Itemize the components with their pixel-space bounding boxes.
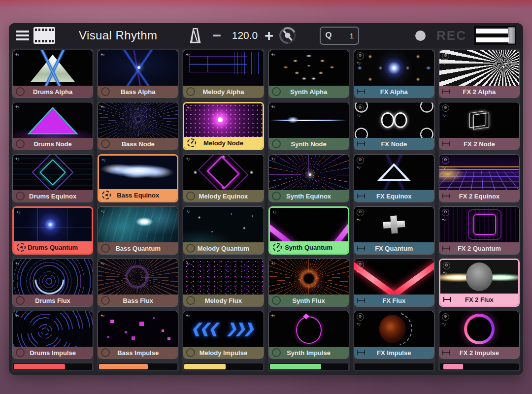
- clip-label-bar: Melody Alpha: [183, 86, 263, 98]
- clip-artwork: [98, 259, 178, 295]
- add-note-icon: +♪: [100, 52, 104, 57]
- clip-cell[interactable]: ⚙ +♪ FX Flux: [354, 259, 434, 307]
- add-note-icon: +♪: [357, 61, 361, 66]
- clip-artwork: [354, 311, 434, 347]
- column-progress-fill: [184, 364, 225, 369]
- clip-artwork: [13, 311, 93, 347]
- clip-cell[interactable]: ⚙ +♪ Melody Equinox: [183, 154, 264, 202]
- clip-cell[interactable]: ⚙ +♪ Melody Alpha: [183, 50, 264, 98]
- play-mode-icon: [442, 194, 450, 198]
- clip-cell[interactable]: ⚙ +♪ FX 2 Impulse: [439, 311, 520, 359]
- clip-label-bar: Drums Impulse: [13, 347, 93, 359]
- master-fader[interactable]: [474, 26, 516, 45]
- clip-artwork: [13, 102, 93, 138]
- clip-thumbnail: ⚙ +♪: [354, 207, 434, 242]
- clip-column-drums: ⚙ +♪ Drums Alpha ⚙ +♪ Drums Node ⚙ +♪ Dr…: [12, 49, 94, 371]
- clip-cell[interactable]: ⚙ +♪ Synth Impulse: [268, 311, 349, 359]
- clip-label: FX Impulse: [354, 349, 434, 357]
- clip-thumbnail: ⚙ +♪: [354, 259, 434, 295]
- column-progress-fill: [443, 364, 463, 369]
- play-mode-icon: [442, 89, 450, 94]
- clip-cell[interactable]: ⚙ +♪ Bass Node: [98, 102, 178, 150]
- menu-icon[interactable]: [16, 31, 29, 40]
- clip-artwork: [269, 102, 349, 138]
- play-mode-icon: [101, 139, 110, 148]
- clip-cell[interactable]: ⚙ +♪ Drums Alpha: [12, 50, 93, 98]
- clip-cell[interactable]: ⚙ +♪ FX Node: [354, 102, 434, 150]
- clip-cell[interactable]: ⚙ +♪ FX 2 Flux: [439, 259, 520, 307]
- play-mode-icon: [272, 139, 281, 148]
- clip-artwork: [98, 311, 178, 347]
- add-note-icon: +♪: [187, 105, 191, 110]
- quantize-box[interactable]: Q 1: [320, 27, 359, 45]
- gear-icon: ⚙: [442, 313, 449, 321]
- clip-cell[interactable]: ⚙ +♪ Drums Node: [12, 102, 93, 150]
- clip-label-bar: Drums Quantum: [14, 241, 92, 253]
- gear-icon: ⚙: [357, 52, 364, 60]
- add-note-icon: +♪: [442, 165, 446, 170]
- play-mode-icon: [272, 296, 281, 305]
- play-mode-icon: [16, 139, 25, 148]
- clip-cell[interactable]: ⚙ +♪ Bass Flux: [98, 259, 178, 307]
- clip-label-bar: Bass Impulse: [98, 347, 178, 359]
- clip-cell[interactable]: ⚙ +♪ FX 2 Alpha: [439, 50, 520, 98]
- clip-cell[interactable]: ⚙ +♪ Drums Flux: [12, 259, 93, 307]
- clip-cell[interactable]: ⚙ +♪ Bass Impulse: [98, 311, 178, 359]
- clip-artwork: [439, 155, 519, 190]
- clip-cell[interactable]: ⚙ +♪ FX 2 Quantum: [439, 206, 520, 255]
- clip-cell[interactable]: ⚙ +♪ Synth Alpha: [268, 50, 349, 98]
- filmstrip-icon[interactable]: [33, 27, 55, 44]
- column-progress-fill: [270, 364, 321, 369]
- clip-cell[interactable]: ⚙ +♪ Melody Flux: [183, 259, 264, 307]
- clip-thumbnail: ⚙ +♪: [14, 208, 92, 241]
- clip-label: Melody Equinox: [183, 193, 263, 200]
- gear-icon: ⚙: [442, 104, 449, 112]
- play-mode-icon: [357, 89, 365, 94]
- clip-cell[interactable]: ⚙ +♪ Synth Node: [268, 102, 349, 150]
- clip-artwork: [269, 50, 349, 86]
- clip-artwork: [270, 208, 348, 241]
- clip-cell[interactable]: ⚙ +♪ FX 2 Equinox: [439, 154, 520, 202]
- clip-label-bar: FX Equinox: [354, 190, 434, 202]
- clip-artwork: [183, 311, 263, 347]
- clip-label: Drums Equinox: [13, 193, 93, 200]
- clip-cell[interactable]: ⚙ +♪ FX Alpha: [354, 50, 434, 98]
- gear-icon: ⚙: [442, 209, 449, 216]
- clip-artwork: [354, 102, 434, 138]
- clip-cell[interactable]: ⚙ +♪ Drums Impulse: [12, 311, 93, 359]
- clip-artwork: [13, 155, 93, 190]
- clip-thumbnail: ⚙ +♪: [13, 259, 93, 295]
- bpm-decrease-button[interactable]: −: [213, 28, 222, 43]
- clip-cell[interactable]: ⚙ +♪ Bass Equinox: [98, 154, 178, 202]
- clip-cell[interactable]: ⚙ +♪ FX 2 Node: [439, 102, 520, 150]
- play-mode-icon: [272, 192, 281, 200]
- clip-cell[interactable]: ⚙ +♪ Bass Alpha: [98, 50, 178, 98]
- clip-cell[interactable]: ⚙ +♪ Drums Quantum: [12, 206, 93, 255]
- clip-cell[interactable]: ⚙ +♪ Melody Impulse: [183, 311, 264, 359]
- clip-label: Synth Node: [269, 140, 349, 148]
- clip-cell[interactable]: ⚙ +♪ Synth Quantum: [268, 206, 349, 255]
- play-mode-icon: [442, 350, 450, 355]
- metronome-icon[interactable]: [189, 28, 202, 43]
- clip-cell[interactable]: ⚙ +♪ Drums Equinox: [12, 154, 93, 202]
- quantize-label: Q: [325, 31, 332, 40]
- clip-cell[interactable]: ⚙ +♪ FX Equinox: [354, 154, 434, 202]
- clip-cell[interactable]: ⚙ +♪ FX Quantum: [354, 206, 434, 255]
- clip-cell[interactable]: ⚙ +♪ Synth Flux: [268, 259, 349, 307]
- clip-label-bar: FX 2 Node: [439, 138, 519, 150]
- add-note-icon: +♪: [271, 157, 275, 162]
- clip-label-bar: Synth Quantum: [270, 241, 348, 253]
- clip-cell[interactable]: ⚙ +♪ FX Impulse: [354, 311, 434, 359]
- bpm-value[interactable]: 120.0: [229, 30, 261, 41]
- master-fader-handle[interactable]: [508, 27, 515, 44]
- clip-cell[interactable]: ⚙ +♪ Bass Quantum: [98, 206, 178, 255]
- tap-tempo-dial-icon[interactable]: [279, 27, 296, 44]
- bpm-increase-button[interactable]: +: [265, 28, 273, 43]
- record-button[interactable]: [415, 31, 426, 41]
- clip-cell[interactable]: ⚙ +♪ Melody Node: [183, 102, 264, 150]
- add-note-icon: +♪: [16, 210, 20, 215]
- clip-cell[interactable]: ⚙ +♪ Synth Equinox: [268, 154, 349, 202]
- clip-column-fx-2: ⚙ +♪ FX 2 Alpha ⚙ +♪ FX 2 Node ⚙ +♪ FX 2…: [438, 49, 520, 371]
- clip-label-bar: FX 2 Flux: [440, 294, 518, 305]
- clip-cell[interactable]: ⚙ +♪ Melody Quantum: [183, 206, 264, 255]
